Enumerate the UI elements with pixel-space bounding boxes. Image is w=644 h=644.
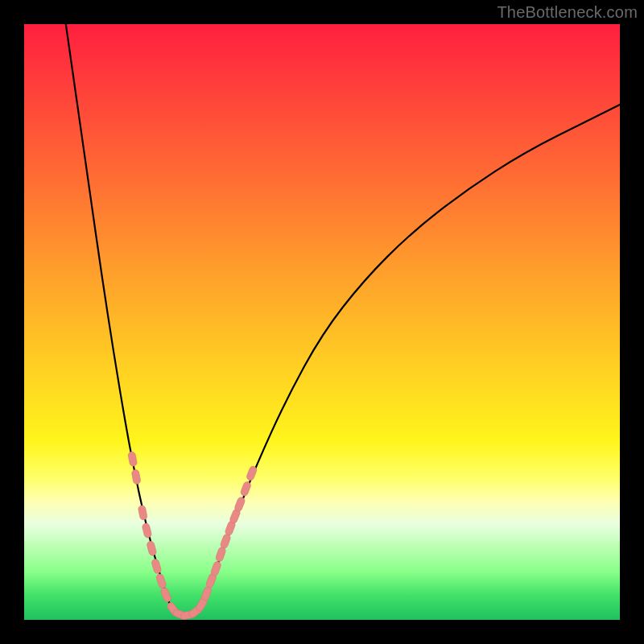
curve-marker <box>151 559 162 575</box>
curve-marker <box>142 522 152 539</box>
curve-layer <box>24 24 620 620</box>
curve-marker <box>210 560 222 576</box>
curve-marker <box>220 533 232 549</box>
curve-marker <box>246 465 258 481</box>
curve-marker <box>155 573 167 589</box>
curve-marker <box>138 505 147 520</box>
plot-area <box>24 24 620 620</box>
curve-marker <box>147 540 157 556</box>
curve-marker <box>240 481 252 497</box>
curve-marker <box>215 547 226 563</box>
curve-marker <box>200 585 213 601</box>
chart-frame: TheBottleneck.com <box>0 0 644 644</box>
curve-marker <box>233 496 246 512</box>
curve-marker <box>131 469 141 485</box>
curve-marker <box>159 587 171 603</box>
curve-marker <box>128 451 138 466</box>
curve-markers <box>128 451 258 620</box>
watermark-text: TheBottleneck.com <box>497 3 638 22</box>
